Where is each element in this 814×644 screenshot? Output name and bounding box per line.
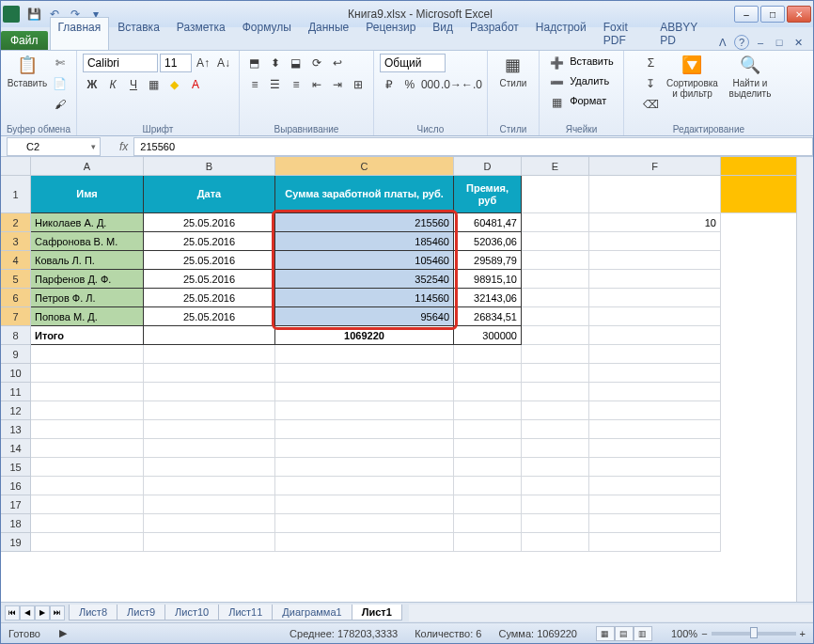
- col-header-D[interactable]: D: [454, 157, 522, 176]
- fill-color-button[interactable]: ◆: [165, 75, 184, 94]
- cell-B12[interactable]: [144, 401, 275, 420]
- cell-A17[interactable]: [31, 495, 144, 514]
- cell-D1[interactable]: Премия, руб: [454, 176, 522, 213]
- zoom-out-button[interactable]: −: [701, 628, 707, 639]
- view-pagebreak-button[interactable]: ▥: [634, 626, 652, 641]
- cell-B7[interactable]: 25.05.2016: [144, 307, 275, 326]
- align-bottom-button[interactable]: ⬓: [287, 54, 305, 72]
- cell-E19[interactable]: [522, 533, 589, 552]
- sheet-tab-Лист11[interactable]: Лист11: [218, 605, 273, 620]
- cell-B16[interactable]: [144, 477, 275, 495]
- cell-A11[interactable]: [31, 383, 144, 401]
- cell-B3[interactable]: 25.05.2016: [144, 232, 275, 251]
- horizontal-scrollbar[interactable]: [409, 605, 813, 621]
- cell-B2[interactable]: 25.05.2016: [144, 213, 275, 232]
- cell-B13[interactable]: [144, 420, 275, 439]
- cell-A6[interactable]: Петров Ф. Л.: [31, 289, 144, 307]
- cell-E13[interactable]: [522, 420, 589, 439]
- cell-B5[interactable]: 25.05.2016: [144, 270, 275, 289]
- cell-B6[interactable]: 25.05.2016: [144, 289, 275, 307]
- cell-D13[interactable]: [454, 420, 522, 439]
- cell-D2[interactable]: 60481,47: [454, 213, 522, 232]
- tab-nav-2[interactable]: ▶: [35, 605, 50, 620]
- format-cells-button[interactable]: ▦Формат: [547, 93, 608, 112]
- row-header-10[interactable]: 10: [1, 364, 31, 383]
- fill-button[interactable]: ↧: [641, 74, 660, 93]
- cell-E8[interactable]: [522, 326, 589, 345]
- file-tab[interactable]: Файл: [1, 31, 48, 50]
- cell-E14[interactable]: [522, 439, 589, 458]
- doc-minimize-button[interactable]: –: [753, 35, 768, 50]
- help-icon[interactable]: ?: [734, 35, 749, 50]
- row-header-1[interactable]: 1: [1, 176, 31, 213]
- cell-E11[interactable]: [522, 383, 589, 401]
- align-middle-button[interactable]: ⬍: [266, 54, 285, 72]
- decrease-indent-button[interactable]: ⇤: [307, 75, 326, 94]
- cell-E3[interactable]: [522, 232, 589, 251]
- cell-A18[interactable]: [31, 514, 144, 533]
- cell-A8[interactable]: Итого: [31, 326, 144, 345]
- zoom-level[interactable]: 100%: [671, 628, 697, 639]
- cell-D6[interactable]: 32143,06: [454, 289, 522, 307]
- cell-F8[interactable]: [589, 326, 721, 345]
- format-painter-button[interactable]: 🖌: [51, 95, 70, 114]
- cell-B4[interactable]: 25.05.2016: [144, 251, 275, 270]
- ribbon-tab-данные[interactable]: Данные: [300, 17, 357, 50]
- cell-A3[interactable]: Сафронова В. М.: [31, 232, 144, 251]
- row-header-3[interactable]: 3: [1, 232, 31, 251]
- ribbon-tab-foxit pdf[interactable]: Foxit PDF: [595, 17, 652, 50]
- underline-button[interactable]: Ч: [124, 75, 143, 94]
- doc-maximize-button[interactable]: □: [772, 35, 787, 50]
- cell-D5[interactable]: 98915,10: [454, 270, 522, 289]
- cell-D16[interactable]: [454, 477, 522, 495]
- cell-C10[interactable]: [275, 364, 454, 383]
- cell-F16[interactable]: [589, 477, 721, 495]
- cell-A4[interactable]: Коваль Л. П.: [31, 251, 144, 270]
- cell-B1[interactable]: Дата: [144, 176, 275, 213]
- cell-A12[interactable]: [31, 401, 144, 420]
- ribbon-tab-разметка[interactable]: Разметка: [168, 17, 234, 50]
- cell-C18[interactable]: [275, 514, 454, 533]
- cell-B14[interactable]: [144, 439, 275, 458]
- cell-A10[interactable]: [31, 364, 144, 383]
- sheet-tab-Лист10[interactable]: Лист10: [164, 605, 219, 620]
- clear-button[interactable]: ⌫: [641, 95, 660, 114]
- cell-B18[interactable]: [144, 514, 275, 533]
- align-center-button[interactable]: ☰: [266, 75, 285, 94]
- cell-D17[interactable]: [454, 495, 522, 514]
- cell-E5[interactable]: [522, 270, 589, 289]
- row-header-15[interactable]: 15: [1, 458, 31, 477]
- zoom-thumb[interactable]: [750, 627, 758, 638]
- italic-button[interactable]: К: [103, 75, 122, 94]
- cell-E17[interactable]: [522, 495, 589, 514]
- cell-A16[interactable]: [31, 477, 144, 495]
- row-header-5[interactable]: 5: [1, 270, 31, 289]
- cell-C19[interactable]: [275, 533, 454, 552]
- cell-extra-1[interactable]: [721, 176, 796, 213]
- cell-D9[interactable]: [454, 345, 522, 364]
- cell-F12[interactable]: [589, 401, 721, 420]
- font-size-combo[interactable]: 11: [160, 54, 192, 72]
- view-normal-button[interactable]: ▦: [596, 626, 615, 641]
- cell-F7[interactable]: [589, 307, 721, 326]
- cell-D19[interactable]: [454, 533, 522, 552]
- ribbon-minimize-icon[interactable]: ᐱ: [715, 35, 730, 50]
- insert-cells-button[interactable]: ➕Вставить: [547, 54, 616, 72]
- increase-font-button[interactable]: A↑: [194, 54, 212, 72]
- cell-C12[interactable]: [275, 401, 454, 420]
- tab-nav-0[interactable]: ⏮: [5, 605, 20, 620]
- merge-button[interactable]: ⊞: [349, 75, 368, 94]
- cell-C4[interactable]: 105460: [275, 251, 454, 270]
- align-right-button[interactable]: ≡: [287, 75, 305, 94]
- cell-F3[interactable]: [589, 232, 721, 251]
- cell-C3[interactable]: 185460: [275, 232, 454, 251]
- tab-nav-3[interactable]: ⏭: [50, 605, 65, 620]
- row-header-9[interactable]: 9: [1, 345, 31, 364]
- cell-E15[interactable]: [522, 458, 589, 477]
- cell-C14[interactable]: [275, 439, 454, 458]
- autosum-button[interactable]: Σ: [641, 54, 660, 72]
- row-header-7[interactable]: 7: [1, 307, 31, 326]
- sheet-tab-Лист1[interactable]: Лист1: [352, 605, 402, 620]
- row-header-2[interactable]: 2: [1, 213, 31, 232]
- cell-C5[interactable]: 352540: [275, 270, 454, 289]
